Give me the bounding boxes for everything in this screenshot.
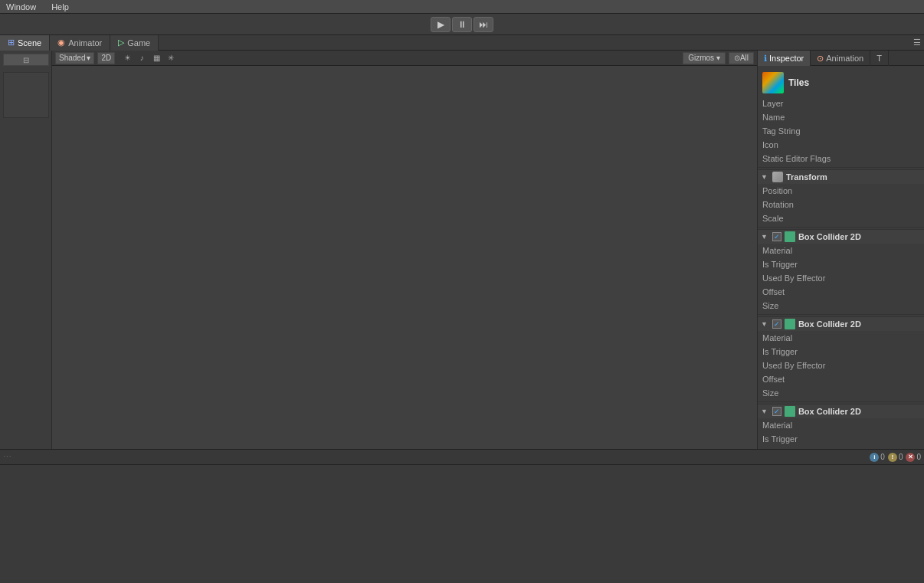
bottom-toolbar: ⋯ i 0 ! 0 ✕ 0 [0, 450, 924, 465]
bc2-component-icon [785, 319, 795, 329]
scene-view: Shaded ▾ 2D ☀ ♪ ▦ ✳ Gizmos ▾ ⊙All [52, 51, 757, 449]
bc1-material-label: Material [762, 246, 839, 255]
bc3-title: Box Collider 2D [798, 407, 861, 416]
light-icon[interactable]: ☀ [121, 52, 133, 64]
transform-collapse-arrow: ▼ [761, 173, 768, 181]
bc2-check-mark: ✓ [774, 320, 780, 328]
inspector-tab-label: Inspector [769, 54, 804, 63]
bc1-size-label: Size [762, 301, 839, 310]
box-collider-3-header[interactable]: ▼ ✓ Box Collider 2D [758, 404, 924, 418]
scene-toolbar: Shaded ▾ 2D ☀ ♪ ▦ ✳ Gizmos ▾ ⊙All [52, 51, 757, 66]
shading-arrow: ▾ [87, 54, 90, 62]
tag-string-label: Tag String [762, 126, 839, 136]
bc1-trigger-label: Is Trigger [762, 260, 839, 269]
bc1-trigger-row: Is Trigger [758, 257, 924, 271]
transform-section-header[interactable]: ▼ Transform [758, 169, 924, 184]
position-row: Position [758, 184, 924, 198]
box-collider-2-header[interactable]: ▼ ✓ Box Collider 2D [758, 316, 924, 331]
tab-game[interactable]: ▷ Game [110, 35, 159, 51]
separator-3 [758, 314, 924, 315]
bc1-check-mark: ✓ [774, 233, 780, 241]
left-panel-toggle[interactable]: ⊟ [3, 54, 49, 66]
audio-icon[interactable]: ♪ [136, 52, 148, 64]
bc3-material-label: Material [762, 421, 839, 430]
transform-icon [772, 172, 783, 182]
box-collider-1-header[interactable]: ▼ ✓ Box Collider 2D [758, 229, 924, 244]
menu-window[interactable]: Window [3, 2, 39, 11]
bc2-effector-row: Used By Effector [758, 359, 924, 372]
main-layout: ⊟ Shaded ▾ 2D ☀ ♪ ▦ ✳ [0, 51, 924, 583]
name-label: Name [762, 113, 839, 122]
bc3-collapse-arrow: ▼ [761, 408, 768, 415]
pause-button[interactable]: ⏸ [452, 17, 472, 32]
tab-extra[interactable]: T [870, 51, 889, 66]
tab-menu-icon[interactable]: ☰ [913, 38, 921, 47]
bc3-trigger-row: Is Trigger [758, 432, 924, 446]
skybox-icon[interactable]: ▦ [150, 52, 162, 64]
status-err-item: ✕ 0 [906, 453, 921, 462]
bc1-material-row: Material [758, 244, 924, 257]
bottom-section: ⋯ i 0 ! 0 ✕ 0 [0, 449, 924, 583]
static-flags-label: Static Editor Flags [762, 154, 839, 163]
resize-handle[interactable]: ⋯ [3, 452, 11, 462]
icon-label: Icon [762, 140, 839, 149]
main-toolbar: ▶ ⏸ ⏭ [0, 14, 924, 35]
layer-row: Layer [758, 97, 924, 110]
bc2-offset-row: Offset [758, 372, 924, 386]
animation-icon: ⊙ [817, 54, 824, 64]
layers-label: ⊙All [734, 54, 749, 62]
inspector-tabs: ℹ Inspector ⊙ Animation T [758, 51, 924, 66]
bc1-offset-row: Offset [758, 285, 924, 299]
rotation-label: Rotation [762, 200, 839, 209]
inspector-panel: ℹ Inspector ⊙ Animation T Tiles [757, 51, 924, 449]
shading-dropdown[interactable]: Shaded ▾ [55, 52, 94, 64]
object-header: Tiles [758, 69, 924, 97]
mode-label: 2D [101, 54, 111, 62]
bottom-content [0, 465, 924, 583]
bc1-collapse-arrow: ▼ [761, 233, 768, 241]
scene-icon-group: ☀ ♪ ▦ ✳ [121, 52, 177, 64]
bc2-title: Box Collider 2D [798, 319, 861, 329]
layers-button[interactable]: ⊙All [729, 52, 754, 64]
left-panel-content [3, 72, 49, 118]
fx-icon[interactable]: ✳ [165, 52, 177, 64]
mode-dropdown[interactable]: 2D [97, 52, 115, 64]
layer-label: Layer [762, 99, 839, 108]
bc2-effector-label: Used By Effector [762, 361, 839, 370]
menu-bar: Window Help [0, 0, 924, 14]
tab-controls-right: ☰ [913, 38, 921, 47]
top-section: ⊟ Shaded ▾ 2D ☀ ♪ ▦ ✳ [0, 51, 924, 449]
icon-row: Icon [758, 138, 924, 152]
tab-animator[interactable]: ◉ Animator [50, 35, 110, 51]
scene-tab-label: Scene [18, 38, 41, 47]
gizmos-label: Gizmos ▾ [688, 54, 720, 62]
game-tab-label: Game [127, 38, 150, 47]
tag-string-row: Tag String [758, 124, 924, 138]
status-warn-item: ! 0 [888, 453, 903, 462]
tab-inspector[interactable]: ℹ Inspector [758, 51, 811, 66]
play-button[interactable]: ▶ [431, 17, 451, 32]
bc3-material-row: Material [758, 418, 924, 432]
bc1-size-row: Size [758, 299, 924, 313]
bc2-trigger-row: Is Trigger [758, 345, 924, 359]
shading-label: Shaded [59, 54, 85, 62]
gizmos-button[interactable]: Gizmos ▾ [683, 52, 726, 64]
info-count: 0 [880, 453, 885, 461]
step-button[interactable]: ⏭ [473, 17, 493, 32]
separator-1 [758, 167, 924, 168]
game-tab-icon: ▷ [118, 38, 124, 47]
tab-animation[interactable]: ⊙ Animation [811, 51, 870, 66]
playback-controls: ▶ ⏸ ⏭ [431, 17, 493, 32]
bc2-checkbox[interactable]: ✓ [772, 319, 781, 329]
bc1-component-icon [785, 231, 795, 242]
bc1-title: Box Collider 2D [798, 232, 861, 241]
static-flags-row: Static Editor Flags [758, 152, 924, 165]
bc2-offset-label: Offset [762, 375, 839, 384]
err-icon: ✕ [906, 453, 915, 462]
menu-help[interactable]: Help [48, 2, 72, 11]
bc3-checkbox[interactable]: ✓ [772, 407, 781, 416]
tab-scene[interactable]: ⊞ Scene [0, 35, 50, 51]
bc1-checkbox[interactable]: ✓ [772, 232, 781, 241]
bc3-trigger-label: Is Trigger [762, 434, 839, 444]
left-panel: ⊟ [0, 51, 52, 449]
